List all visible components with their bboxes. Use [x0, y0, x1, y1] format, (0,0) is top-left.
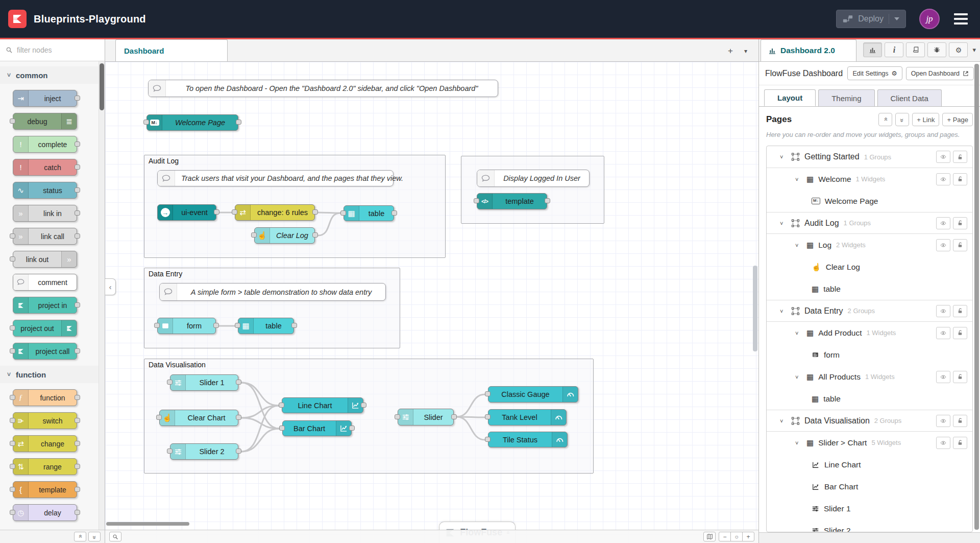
- lock-button[interactable]: [953, 151, 967, 163]
- output-port[interactable]: [75, 441, 80, 446]
- node-table-data-entry[interactable]: ▦ table: [238, 318, 294, 334]
- palette-node-link-out[interactable]: » link out: [13, 251, 77, 268]
- chevron-down-icon[interactable]: ˅: [795, 330, 803, 336]
- sidebar-info-button[interactable]: i: [885, 42, 903, 57]
- expand-all-button[interactable]: »: [88, 532, 101, 541]
- tree-widget-table[interactable]: ▦ table: [767, 278, 972, 300]
- palette-node-delay[interactable]: ◷ delay: [13, 504, 77, 521]
- sidebar-config-button[interactable]: ⚙: [949, 42, 968, 57]
- flow-canvas[interactable]: Audit Log Data Entry Data Visualisation …: [105, 62, 758, 543]
- flow-list-caret[interactable]: ▾: [744, 48, 747, 54]
- tree-widget-clear-log[interactable]: ☝ Clear Log: [767, 256, 972, 278]
- zoom-out-button[interactable]: −: [719, 532, 731, 541]
- input-port[interactable]: [232, 209, 237, 215]
- output-port[interactable]: [75, 164, 80, 170]
- lock-button[interactable]: [953, 327, 967, 339]
- output-port[interactable]: [312, 232, 318, 238]
- input-port[interactable]: [10, 119, 15, 124]
- output-port[interactable]: [236, 120, 241, 125]
- zoom-in-button[interactable]: +: [742, 532, 754, 541]
- output-port[interactable]: [312, 209, 318, 215]
- tree-widget-slider-2[interactable]: Slider 2: [767, 520, 972, 532]
- output-port[interactable]: [75, 96, 80, 101]
- lock-button[interactable]: [953, 371, 967, 383]
- chevron-down-icon[interactable]: ˅: [780, 154, 788, 160]
- chevron-down-icon[interactable]: ˅: [780, 418, 788, 424]
- palette-node-change[interactable]: ⇄ change: [13, 435, 77, 452]
- canvas-search-button[interactable]: [109, 532, 121, 541]
- add-flow-button[interactable]: +: [728, 46, 733, 55]
- output-port[interactable]: [361, 403, 366, 408]
- input-port[interactable]: [10, 233, 15, 239]
- visibility-button[interactable]: [936, 437, 950, 449]
- input-port[interactable]: [279, 403, 284, 408]
- navigator-map-button[interactable]: [703, 532, 716, 541]
- palette-section-common[interactable]: ˅ common: [0, 66, 99, 84]
- palette-node-switch[interactable]: ⋔ switch: [13, 412, 77, 429]
- palette-node-function[interactable]: ƒ function: [13, 389, 77, 406]
- output-port[interactable]: [451, 414, 457, 419]
- tree-widget-form[interactable]: form: [767, 344, 972, 366]
- visibility-button[interactable]: [936, 239, 950, 251]
- palette-node-status[interactable]: ∿ status: [13, 182, 77, 199]
- add-page-button[interactable]: + Page: [942, 113, 973, 126]
- output-port[interactable]: [75, 418, 80, 423]
- chevron-down-icon[interactable]: ˅: [795, 374, 803, 380]
- visibility-button[interactable]: [936, 217, 950, 229]
- node-tile-status[interactable]: Tile Status: [488, 432, 568, 447]
- output-port[interactable]: [75, 141, 80, 147]
- visibility-button[interactable]: [936, 151, 950, 163]
- node-slider-1[interactable]: Slider 1: [170, 374, 238, 391]
- tree-page-getting-started[interactable]: ˅ Getting Started 1 Groups: [767, 146, 972, 168]
- sidebar-tab-dashboard[interactable]: Dashboard 2.0: [761, 39, 856, 61]
- input-port[interactable]: [154, 323, 160, 328]
- input-port[interactable]: [10, 510, 15, 515]
- chevron-down-icon[interactable]: ˅: [795, 242, 803, 248]
- comment-node-open-dashboard[interactable]: To open the Dashboard - Open the "Dashbo…: [148, 80, 498, 97]
- tree-widget-welcome-page[interactable]: M↓ Welcome Page: [767, 190, 972, 212]
- node-slider-2[interactable]: Slider 2: [170, 443, 238, 460]
- open-dashboard-button[interactable]: Open Dashboard: [906, 67, 974, 80]
- palette-node-inject[interactable]: ⇥ inject: [13, 90, 77, 107]
- palette-node-link-in[interactable]: » link in: [13, 205, 77, 222]
- visibility-button[interactable]: [936, 371, 950, 383]
- output-port[interactable]: [75, 302, 80, 308]
- input-port[interactable]: [251, 232, 257, 238]
- input-port[interactable]: [235, 323, 240, 328]
- tree-group-add-product[interactable]: ˅ ▦ Add Product 1 Widgets: [767, 322, 972, 344]
- add-link-button[interactable]: + Link: [912, 113, 939, 126]
- input-port[interactable]: [340, 210, 346, 216]
- tab-layout[interactable]: Layout: [764, 89, 816, 106]
- chevron-down-icon[interactable]: ˅: [780, 220, 788, 226]
- tree-page-audit-log[interactable]: ˅ Audit Log 1 Groups: [767, 212, 972, 234]
- lock-button[interactable]: [953, 437, 967, 449]
- input-port[interactable]: [167, 380, 173, 385]
- node-clear-chart[interactable]: ☝ Clear Chart: [159, 410, 238, 426]
- palette-node-template[interactable]: { template: [13, 481, 77, 498]
- comment-node-data-entry[interactable]: A simple form > table demonstration to s…: [159, 283, 386, 301]
- input-port[interactable]: [395, 414, 400, 419]
- comment-node-logged-in-user[interactable]: Display Logged In User: [477, 170, 590, 187]
- output-port[interactable]: [236, 415, 241, 420]
- output-port[interactable]: [75, 187, 80, 193]
- node-ui-event[interactable]: → ui-event: [157, 204, 216, 221]
- tree-group-welcome[interactable]: ˅ ▦ Welcome 1 Widgets: [767, 168, 972, 190]
- input-port[interactable]: [10, 256, 15, 262]
- output-port[interactable]: [236, 448, 241, 454]
- visibility-button[interactable]: [936, 327, 950, 339]
- palette-search[interactable]: [0, 39, 105, 61]
- chevron-down-icon[interactable]: ˅: [795, 176, 803, 182]
- deploy-button[interactable]: Deploy: [836, 10, 906, 28]
- input-port[interactable]: [279, 426, 285, 431]
- output-port[interactable]: [213, 323, 219, 328]
- output-port[interactable]: [291, 323, 297, 328]
- node-welcome-page[interactable]: M↓ Welcome Page: [146, 114, 238, 131]
- palette-node-debug[interactable]: ≣ debug: [13, 113, 77, 130]
- node-slider[interactable]: Slider: [398, 409, 454, 426]
- node-table-audit[interactable]: ▦ table: [344, 205, 394, 221]
- input-port[interactable]: [474, 198, 479, 203]
- node-form[interactable]: form: [157, 318, 216, 334]
- palette-node-project-call[interactable]: project call: [13, 343, 77, 360]
- lock-button[interactable]: [953, 173, 967, 185]
- chevron-down-icon[interactable]: ˅: [795, 440, 803, 446]
